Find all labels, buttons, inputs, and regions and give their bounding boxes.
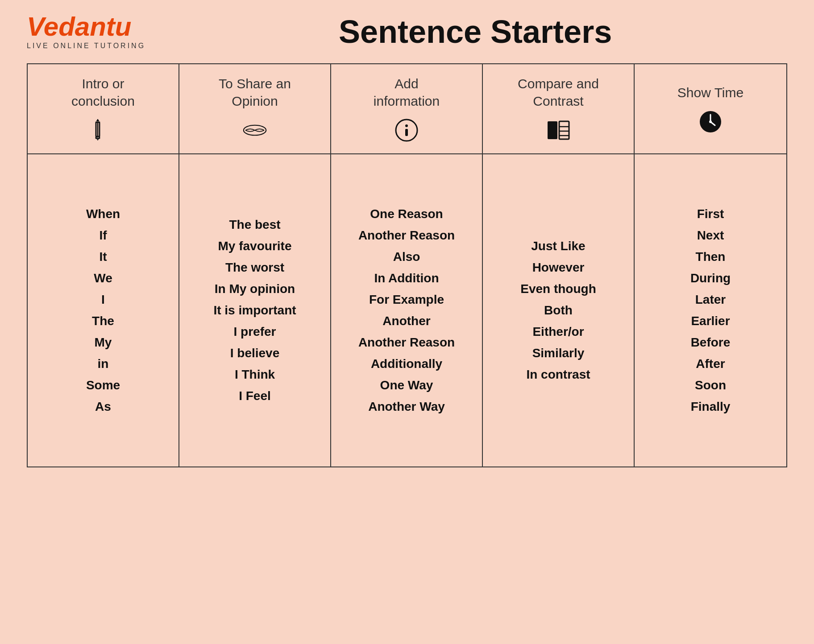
table-body-row: When If It We I The My in Some As The be… [28,154,786,466]
word-compare-4: Both [544,301,573,320]
body-cell-time: First Next Then During Later Earlier Bef… [635,154,786,466]
svg-rect-7 [548,121,557,139]
word-time-9: Soon [695,376,726,395]
word-compare-1: Just Like [531,237,585,256]
word-add-8: Additionally [371,355,442,373]
word-intro-5: I [101,290,105,309]
word-opinion-8: I Think [235,365,275,384]
word-intro-4: We [94,269,112,288]
word-compare-3: Even though [520,280,596,298]
pencil-icon [91,118,116,143]
word-intro-8: in [98,355,109,373]
header-cell-intro: Intro orconclusion [28,64,179,153]
info-icon [394,118,419,143]
word-opinion-4: In My opinion [215,280,295,298]
header-title-compare: Compare andContrast [518,75,599,110]
word-time-8: After [696,355,725,373]
word-time-3: Then [696,248,726,266]
header-cell-opinion: To Share anOpinion [179,64,331,153]
word-intro-9: Some [86,376,120,395]
logo-tagline: LIVE ONLINE TUTORING [27,42,145,50]
main-table: Intro orconclusion To Share anOpinion [27,63,787,467]
body-cell-intro: When If It We I The My in Some As [28,154,179,466]
header-title-add: Addinformation [374,75,440,110]
header-cell-compare: Compare andContrast [483,64,635,153]
word-compare-7: In contrast [526,365,590,384]
lips-icon [242,118,267,143]
logo-text: Vedantu [27,13,131,40]
word-compare-5: Either/or [532,322,584,341]
word-add-5: For Example [369,290,444,309]
page-header: Vedantu LIVE ONLINE TUTORING Sentence St… [27,13,787,50]
compare-icon [546,118,571,143]
word-time-5: Later [695,290,726,309]
svg-rect-6 [405,129,408,136]
word-time-2: Next [697,226,724,245]
word-add-9: One Way [380,376,433,395]
word-time-7: Before [691,333,731,352]
header-cell-time: Show Time [635,64,786,153]
word-intro-10: As [95,397,111,416]
logo-area: Vedantu LIVE ONLINE TUTORING [27,13,145,50]
word-intro-2: If [99,226,107,245]
header-cell-add: Addinformation [331,64,483,153]
word-compare-2: However [532,258,585,277]
word-time-6: Earlier [691,312,730,330]
body-cell-opinion: The best My favourite The worst In My op… [179,154,331,466]
word-add-2: Another Reason [358,226,455,245]
body-cell-compare: Just Like However Even though Both Eithe… [483,154,635,466]
word-add-6: Another [382,312,430,330]
clock-icon [698,109,723,134]
word-intro-1: When [86,205,120,223]
word-opinion-7: I believe [230,344,280,363]
header-title-intro: Intro orconclusion [71,75,135,110]
word-opinion-9: I Feel [239,387,271,405]
word-add-7: Another Reason [358,333,455,352]
word-opinion-5: It is important [213,301,296,320]
svg-point-5 [405,124,408,127]
word-opinion-6: I prefer [234,322,276,341]
word-intro-6: The [92,312,114,330]
page-title: Sentence Starters [163,13,787,50]
word-opinion-2: My favourite [218,237,292,256]
word-add-3: Also [393,248,420,266]
header-title-time: Show Time [677,84,743,101]
word-add-1: One Reason [370,205,443,223]
svg-rect-8 [559,121,569,139]
word-add-10: Another Way [368,397,445,416]
word-time-4: During [690,269,731,288]
word-opinion-3: The worst [225,258,284,277]
word-add-4: In Addition [374,269,439,288]
word-compare-6: Similarly [532,344,585,363]
svg-point-15 [709,120,712,123]
word-time-10: Finally [691,397,731,416]
word-intro-7: My [95,333,112,352]
word-intro-3: It [99,248,107,266]
table-header-row: Intro orconclusion To Share anOpinion [28,64,786,154]
word-opinion-1: The best [229,215,280,234]
header-title-opinion: To Share anOpinion [219,75,291,110]
word-time-1: First [697,205,724,223]
body-cell-add: One Reason Another Reason Also In Additi… [331,154,483,466]
